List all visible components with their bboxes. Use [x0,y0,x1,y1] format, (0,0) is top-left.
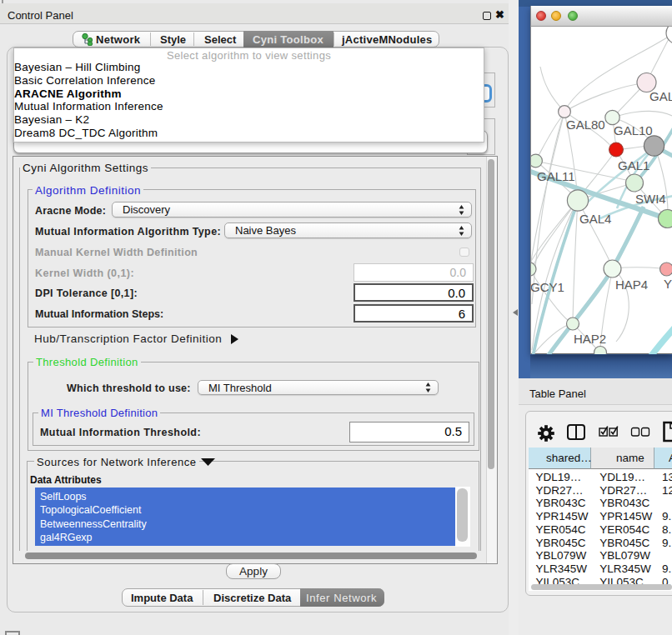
svg-text:Y: Y [664,277,672,291]
svg-text:HAP4: HAP4 [615,278,648,292]
svg-text:GAL: GAL [649,89,672,103]
svg-text:GAL80: GAL80 [566,118,605,132]
svg-text:GAL11: GAL11 [537,169,575,183]
svg-text:GAL1: GAL1 [618,158,649,172]
svg-text:GAL4: GAL4 [579,212,611,226]
svg-text:GAL10: GAL10 [614,123,653,138]
svg-text:GCY1: GCY1 [531,280,564,294]
svg-text:HAP2: HAP2 [574,332,606,346]
svg-text:SWI4: SWI4 [635,192,666,206]
